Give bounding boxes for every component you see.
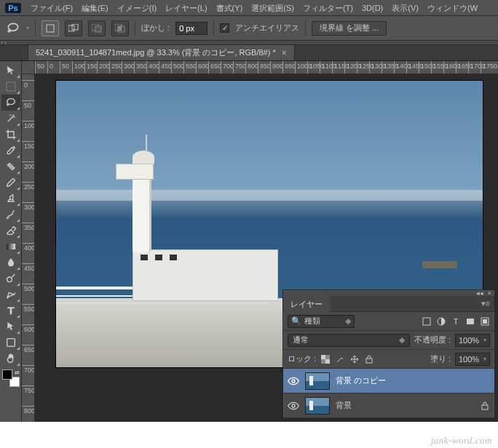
lock-icon [480,401,490,411]
layer-thumbnail[interactable] [305,397,330,415]
tool-hand[interactable] [1,351,20,367]
separator [213,20,214,36]
svg-rect-14 [467,319,474,324]
filter-adjustment-icon[interactable] [436,316,446,327]
filter-pixel-icon[interactable] [422,316,432,327]
svg-rect-4 [95,26,101,32]
layer-name[interactable]: 背景 [336,400,352,411]
swap-colors-icon[interactable]: ⇄ [15,369,20,376]
antialias-checkbox[interactable]: ✓ [220,23,229,33]
tool-dodge[interactable] [1,271,20,287]
lasso-icon[interactable] [6,21,20,36]
filter-kind-label: 種類 [304,316,320,327]
document-tab-title: 5241_030911_104871med.jpg @ 33.3% (背景 のコ… [36,47,276,58]
tool-crop[interactable] [1,127,20,143]
tools-panel: ⇄ [0,61,22,422]
svg-rect-7 [118,26,122,31]
menu-filter[interactable]: フィルター(T) [299,0,357,16]
tool-gradient[interactable] [1,239,20,255]
svg-rect-9 [7,244,15,249]
lock-label: ロック : [288,353,316,364]
tool-healing[interactable] [1,159,20,175]
layers-panel: ◂◂ × レイヤー ▾≡ 🔍 種類 ◆ T [282,289,495,419]
options-bar: ▾ ぼかし : ✓ アンチエイリアス 境界線 を調整 ... [0,16,498,41]
blend-mode-value: 通常 [293,335,309,345]
tool-history-brush[interactable] [1,207,20,223]
tool-lasso[interactable] [1,95,20,111]
tool-shape[interactable] [1,335,20,351]
svg-point-22 [292,404,295,407]
lock-transparency-icon[interactable] [320,354,331,364]
menu-window[interactable]: ウィンドウ(W [423,0,482,16]
selection-subtract-button[interactable] [88,20,106,36]
close-icon[interactable]: × [282,48,287,58]
tool-pen[interactable] [1,287,20,303]
fill-value: 100% [459,355,479,364]
menu-file[interactable]: ファイル(F) [26,0,77,16]
tool-path-select[interactable] [1,319,20,335]
visibility-icon[interactable] [288,375,299,387]
svg-rect-12 [423,318,430,325]
ruler-origin[interactable] [22,61,35,74]
menu-3d[interactable]: 3D(D) [357,0,387,16]
layer-filter-search[interactable]: 🔍 種類 ◆ [288,315,355,328]
menu-select[interactable]: 選択範囲(S) [247,0,299,16]
color-swatches[interactable]: ⇄ [2,369,20,387]
layer-name[interactable]: 背景 のコピー [336,375,386,386]
filter-shape-icon[interactable] [465,316,475,327]
ruler-horizontal[interactable]: 5005010015020025030035040045050055060065… [35,61,498,74]
menu-edit[interactable]: 編集(E) [77,0,113,16]
tool-eraser[interactable] [1,223,20,239]
menu-bar: Ps ファイル(F) 編集(E) イメージ(I) レイヤー(L) 書式(Y) 選… [0,0,498,16]
collapse-icon[interactable]: ◂◂ [476,289,483,297]
fill-label: 塗り : [430,353,451,364]
tool-marquee[interactable] [1,79,20,95]
refine-edge-button[interactable]: 境界線 を調整 ... [312,21,387,36]
feather-input[interactable] [175,22,208,35]
opacity-value: 100% [459,336,479,345]
close-panel-icon[interactable]: × [488,289,491,297]
panel-menu-icon[interactable]: ▾≡ [477,299,494,308]
tool-blur[interactable] [1,255,20,271]
layer-thumbnail[interactable] [305,372,330,390]
document-tab[interactable]: 5241_030911_104871med.jpg @ 33.3% (背景 のコ… [28,44,295,60]
blend-mode-dropdown[interactable]: 通常 ◆ [288,334,410,347]
menu-view[interactable]: 表示(V) [387,0,423,16]
ruler-vertical[interactable]: 0501001502002503003504004505005506006507… [22,74,35,422]
lock-position-icon[interactable] [349,354,360,364]
svg-rect-18 [321,355,325,359]
antialias-label: アンチエイリアス [235,23,299,33]
filter-smart-icon[interactable] [480,316,490,327]
tool-eyedropper[interactable] [1,143,20,159]
layer-list: 背景 のコピー 背景 [283,369,494,418]
menu-image[interactable]: イメージ(I) [113,0,161,16]
opacity-input[interactable]: 100%▾ [455,334,490,347]
svg-rect-23 [482,405,488,409]
layers-tab[interactable]: レイヤー [283,296,330,312]
tool-clone-stamp[interactable] [1,191,20,207]
selection-intersect-button[interactable] [111,20,129,36]
menu-layer[interactable]: レイヤー(L) [161,0,211,16]
lock-pixels-icon[interactable] [335,354,345,364]
frame-strip [0,41,498,45]
lock-all-icon[interactable] [364,354,374,364]
svg-point-21 [292,380,295,383]
foreground-color-swatch[interactable] [2,369,12,380]
layer-row[interactable]: 背景 のコピー [283,369,494,393]
watermark: junk-word.com [431,435,492,447]
tool-magic-wand[interactable] [1,111,20,127]
feather-label: ぼかし : [141,23,170,33]
tool-move[interactable] [1,63,20,79]
selection-new-button[interactable] [42,20,59,36]
layer-row[interactable]: 背景 [283,393,494,418]
tool-brush[interactable] [1,175,20,191]
svg-rect-0 [47,25,54,32]
fill-input[interactable]: 100%▾ [455,353,490,366]
selection-add-button[interactable] [65,20,82,36]
svg-rect-16 [483,319,487,324]
canvas-area: 5005010015020025030035040045050055060065… [22,61,498,422]
filter-type-icon[interactable]: T [451,316,461,327]
visibility-icon[interactable] [288,400,299,412]
menu-type[interactable]: 書式(Y) [212,0,248,16]
tool-type[interactable] [1,303,20,319]
